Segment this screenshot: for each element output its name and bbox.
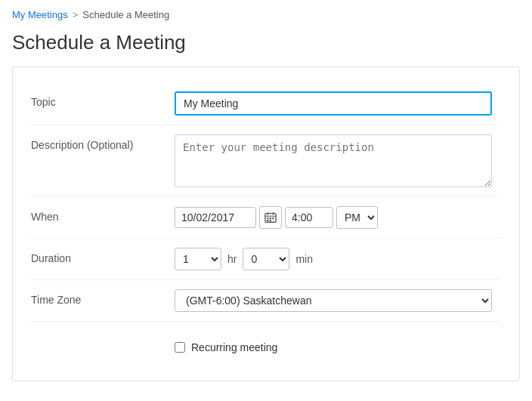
hr-label: hr [227,253,237,265]
description-input[interactable] [175,134,492,187]
calendar-icon [264,211,277,224]
time-ampm-select[interactable]: AM PM [336,206,378,229]
calendar-button[interactable] [259,206,282,229]
recurring-control-area: Recurring meeting [175,331,501,356]
description-row: Description (Optional) [31,125,501,197]
breadcrumb-separator: > [73,9,79,20]
when-label: When [31,206,175,223]
svg-rect-5 [270,217,271,219]
timezone-label: Time Zone [31,289,175,306]
date-input[interactable] [175,207,256,228]
topic-label: Topic [31,91,175,108]
recurring-row: Recurring meeting [31,322,501,366]
breadcrumb-current: Schedule a Meeting [82,9,169,20]
timezone-control-area: (GMT-6:00) Saskatchewan (GMT-5:00) Centr… [175,289,501,312]
recurring-spacer [31,331,175,335]
time-input[interactable] [285,207,333,228]
duration-control-area: 0 1 2 3 4 hr 0 15 30 45 min [175,248,501,270]
breadcrumb-link-my-meetings[interactable]: My Meetings [12,9,68,20]
duration-row: Duration 0 1 2 3 4 hr 0 15 30 45 min [31,239,501,280]
topic-control-area [175,91,501,116]
when-row: When [31,197,501,239]
duration-hr-select[interactable]: 0 1 2 3 4 [175,248,221,270]
duration-group: 0 1 2 3 4 hr 0 15 30 45 min [175,248,316,270]
topic-row: Topic [31,82,501,125]
topic-input[interactable] [175,91,492,116]
page-title: Schedule a Meeting [12,31,520,54]
timezone-row: Time Zone (GMT-6:00) Saskatchewan (GMT-5… [31,280,501,322]
date-group: AM PM [175,206,378,229]
duration-min-select[interactable]: 0 15 30 45 [243,248,289,270]
description-control-area [175,134,501,187]
min-label: min [295,253,313,265]
form-card: Topic Description (Optional) When [12,66,520,381]
svg-rect-4 [267,217,268,219]
svg-rect-7 [267,220,268,221]
recurring-checkbox[interactable] [175,342,185,353]
when-control-area: AM PM [175,206,501,229]
svg-rect-6 [272,217,274,219]
recurring-checkbox-row: Recurring meeting [175,331,277,356]
timezone-select[interactable]: (GMT-6:00) Saskatchewan (GMT-5:00) Centr… [175,289,492,312]
recurring-label: Recurring meeting [191,341,277,353]
description-label: Description (Optional) [31,134,175,151]
duration-label: Duration [31,248,175,264]
svg-rect-8 [270,220,271,221]
breadcrumb: My Meetings > Schedule a Meeting [12,9,520,20]
